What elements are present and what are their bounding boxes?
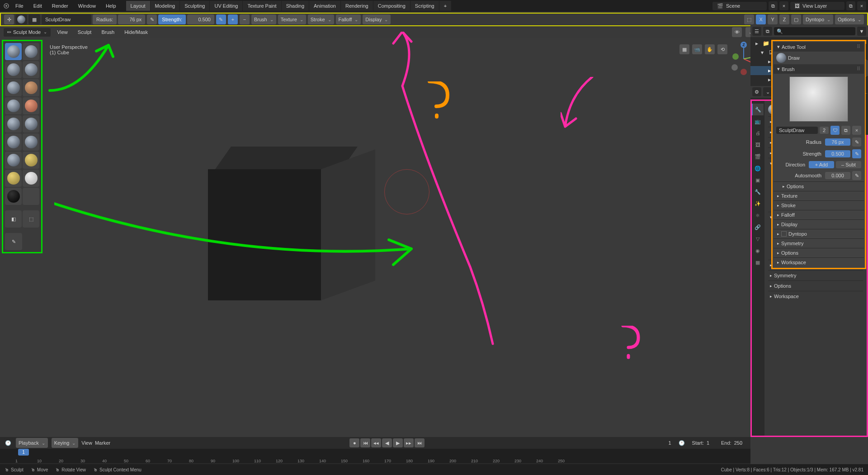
tool-inflate[interactable] [23,79,39,96]
workspace-tab[interactable]: Modeling [151,1,180,11]
properties-dropdown-icon[interactable]: ⌄ [763,87,772,96]
brush-menu[interactable]: Brush [98,28,118,36]
brush-panel-header[interactable]: ▾ Brush⠿ [774,64,864,74]
mode-selector[interactable]: ✏Sculpt Mode [4,28,51,37]
render-region-icon[interactable]: ▦ [679,44,689,54]
fake-user-icon[interactable]: 🛡 [830,126,840,135]
workspace-tab[interactable]: Sculpting [180,1,209,11]
npanel-tab-tool[interactable]: Tool [866,60,868,76]
scene-browse[interactable]: ⧉ [769,1,778,10]
texture-preview-icon[interactable]: ▦ [28,14,40,24]
workspace-add[interactable]: + [439,1,451,11]
dyntopo-dropdown[interactable]: Dyntopo [803,14,833,24]
tool-smooth[interactable] [5,115,22,133]
brush-preview-icon[interactable] [15,14,27,24]
wireframe-icon[interactable]: ▢ [791,14,801,24]
props-tab-object-icon[interactable]: ▣ [752,174,764,186]
filter-icon[interactable]: ⧉ [763,27,772,36]
unlink-brush-icon[interactable]: × [852,126,861,135]
direction-sub[interactable]: – Subt [836,161,861,168]
end-frame[interactable]: 250 [734,440,742,446]
symmetry-section[interactable]: Symmetry [774,238,864,248]
mirror-z[interactable]: Z [779,14,789,24]
tool-flatten[interactable] [23,115,39,133]
menu-file[interactable]: File [11,1,28,10]
workspace-tab[interactable]: Shading [282,1,309,11]
strength-field[interactable]: 0.500 [825,150,850,157]
stroke-section[interactable]: Stroke [774,200,864,210]
prev-key-icon[interactable]: ◂◂ [371,438,381,447]
strength-value[interactable]: 0.500 [187,14,214,24]
radius-field[interactable]: 76 px [825,138,850,146]
props-tab-render-icon[interactable]: 📺 [752,115,764,127]
active-tool-header[interactable]: ▾ Active Tool⠿ [774,42,864,52]
workspace-tab[interactable]: Scripting [410,1,439,11]
tool-clay[interactable] [5,61,22,78]
radius-value[interactable]: 76 px [118,14,145,24]
copy-brush-icon[interactable]: ⧉ [841,126,850,135]
hidemask-menu[interactable]: Hide/Mask [121,28,151,36]
symmetry-icon[interactable]: ⬚ [744,14,754,24]
mirror-y[interactable]: Y [768,14,778,24]
direction-sub[interactable]: − [240,14,250,24]
camera-icon[interactable]: 📹 [692,44,702,54]
props-tab-viewlayer-icon[interactable]: 🖼 [752,139,764,151]
editor-type-outliner-icon[interactable]: ☰ [752,27,761,36]
current-frame[interactable]: 1 [664,439,675,446]
timeline-track[interactable]: 1 11020304050607080901001101201301401501… [0,449,750,463]
tool-draw[interactable] [5,43,22,60]
display-section[interactable]: Display [774,219,864,229]
jump-start-icon[interactable]: ⏮ [360,438,370,447]
tool-box-hide[interactable]: ◧ [5,210,22,228]
view-menu[interactable]: View [81,440,92,446]
editor-type-properties-icon[interactable]: ⚙ [752,87,761,96]
props-tab-output-icon[interactable]: 🖨 [752,127,764,139]
play-reverse-icon[interactable]: ◀ [382,438,392,447]
direction-add[interactable]: + [228,14,238,24]
brush-users[interactable]: 2 [820,127,829,134]
falloff-section[interactable]: Falloff [774,210,864,219]
tool-blob[interactable] [5,97,22,114]
view-menu[interactable]: View [53,28,71,36]
outliner-search[interactable]: 🔍 [774,27,855,35]
props-tab-mesh-icon[interactable]: ▽ [752,233,764,245]
tool-snake-hook[interactable] [5,170,22,187]
brush-preview-thumbnail[interactable] [789,76,848,122]
tool-nudge[interactable] [5,188,22,205]
npanel-tab-screencast[interactable]: Screencast Keys [866,94,868,135]
playback-menu[interactable]: Playback [16,438,48,448]
props-tab-modifier-icon[interactable]: 🔧 [752,186,764,198]
workspace-tab[interactable]: UV Editing [210,1,242,11]
props-symmetry-section[interactable]: Symmetry [768,270,863,280]
playhead[interactable]: 1 [18,449,29,456]
overlay-visibility-icon[interactable]: 👁 [732,27,742,37]
autosmooth-field[interactable]: 0.000 [825,172,850,179]
props-options-section[interactable]: Options [768,280,863,291]
options-section[interactable]: Options [774,248,864,257]
brush-dropdown[interactable]: Brush [251,14,276,24]
tool-scrape[interactable] [23,133,39,151]
scene-selector[interactable]: 🎬 Scene [712,2,767,10]
texture-section[interactable]: Texture [774,191,864,200]
props-tab-constraint-icon[interactable]: 🔗 [752,221,764,233]
autokey-icon[interactable]: ● [349,438,359,447]
props-tab-texture-icon[interactable]: ▦ [752,256,764,268]
falloff-dropdown[interactable]: Falloff [336,14,361,24]
workspace-section[interactable]: Workspace [774,257,864,267]
menu-render[interactable]: Render [47,1,73,10]
filter-funnel-icon[interactable]: ▼ [857,27,866,36]
tool-grab[interactable] [23,152,39,169]
play-icon[interactable]: ▶ [393,438,403,447]
tool-clay-strips[interactable] [23,61,39,78]
npanel-tab-item[interactable]: Item [866,44,868,60]
editor-type-icon[interactable]: ✢ [4,14,14,24]
marker-menu[interactable]: Marker [95,440,110,446]
props-workspace-section[interactable]: Workspace [768,291,863,301]
menu-window[interactable]: Window [74,1,100,10]
props-tab-tool-icon[interactable]: 🔧 [752,104,764,115]
menu-help[interactable]: Help [101,1,121,10]
props-tab-world-icon[interactable]: 🌐 [752,162,764,174]
tool-draw-sharp[interactable] [23,43,39,60]
radius-pressure[interactable]: ✎ [852,138,861,147]
jump-end-icon[interactable]: ⏭ [415,438,425,447]
